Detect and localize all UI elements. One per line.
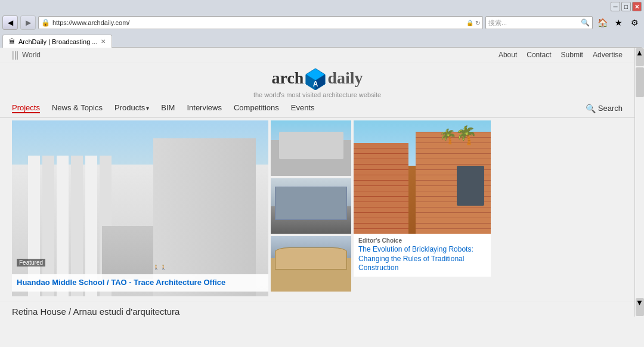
nav-interviews[interactable]: Interviews bbox=[187, 103, 222, 113]
star-button[interactable]: ★ bbox=[611, 16, 626, 30]
nav-bim[interactable]: BIM bbox=[161, 103, 175, 113]
top-nav-links: About Contact Submit Advertise bbox=[499, 51, 623, 59]
logo-tagline: the world's most visited architecture we… bbox=[0, 91, 634, 98]
logo-arch-text: arch bbox=[271, 69, 304, 88]
nav-competitions[interactable]: Competitions bbox=[234, 103, 279, 113]
top-nav-bar: ||| World About Contact Submit Advertise bbox=[0, 48, 634, 63]
featured-title-box: Huandao Middle School / TAO - Trace Arch… bbox=[12, 274, 268, 292]
side-image-3-bg bbox=[271, 236, 351, 292]
featured-image-wrap[interactable]: 🚶 🚶 Featured Huandao Middle School / TAO… bbox=[12, 120, 268, 296]
about-link[interactable]: About bbox=[499, 51, 517, 59]
nav-events[interactable]: Events bbox=[291, 103, 315, 113]
logo-cube-icon: A bbox=[304, 66, 327, 90]
world-bars-icon: ||| bbox=[12, 50, 18, 60]
search-nav-button[interactable]: 🔍 Search bbox=[586, 104, 623, 113]
scroll-down-button[interactable]: ▼ bbox=[636, 298, 644, 316]
close-button[interactable]: ✕ bbox=[632, 2, 642, 11]
editors-choice-label-box: Editor's Choice The Evolution of Brickla… bbox=[354, 234, 491, 277]
minimize-button[interactable]: ─ bbox=[611, 2, 620, 11]
main-nav-links: Projects News & Topics Products BIM Inte… bbox=[12, 103, 315, 113]
advertise-link[interactable]: Advertise bbox=[593, 51, 623, 59]
logo-daily-text: daily bbox=[327, 69, 363, 88]
search-nav-label: Search bbox=[598, 104, 623, 113]
tools-button[interactable]: ⚙ bbox=[627, 16, 642, 30]
search-icon: 🔍 bbox=[581, 18, 590, 27]
main-nav: Projects News & Topics Products BIM Inte… bbox=[0, 100, 634, 118]
address-text: https://www.archdaily.com/ bbox=[52, 19, 466, 26]
address-bar[interactable]: 🔒 https://www.archdaily.com/ 🔒 ↻ bbox=[38, 16, 483, 29]
tab-close-button[interactable]: ✕ bbox=[101, 38, 106, 45]
side-image-3[interactable] bbox=[271, 236, 351, 292]
refresh-icon[interactable]: ↻ bbox=[475, 20, 480, 26]
editors-choice-image: 🌴 🌴 bbox=[354, 120, 491, 234]
featured-image: 🚶 🚶 bbox=[12, 120, 268, 296]
forward-button[interactable]: ▶ bbox=[20, 16, 36, 30]
scrollbar[interactable]: ▲ ▼ bbox=[634, 48, 644, 317]
scroll-thumb[interactable] bbox=[636, 67, 644, 97]
browser-tab[interactable]: 🏛 ArchDaily | Broadcasting ... ✕ bbox=[2, 35, 112, 48]
side-images bbox=[271, 120, 351, 296]
world-selector[interactable]: ||| World bbox=[12, 50, 41, 60]
svg-text:A: A bbox=[313, 80, 318, 88]
side-image-1[interactable] bbox=[271, 120, 351, 176]
editors-choice-badge: Editor's Choice bbox=[358, 237, 486, 244]
home-button[interactable]: 🏠 bbox=[595, 16, 609, 30]
maximize-button[interactable]: □ bbox=[621, 2, 631, 11]
bottom-article-title[interactable]: Retina House / Arnau estudi d'arquitectu… bbox=[12, 306, 179, 317]
editors-choice-title: The Evolution of Bricklaying Robots: Cha… bbox=[358, 245, 486, 273]
tab-favicon: 🏛 bbox=[9, 38, 15, 45]
submit-link[interactable]: Submit bbox=[561, 51, 583, 59]
world-label: World bbox=[22, 51, 41, 59]
featured-title-text: Huandao Middle School / TAO - Trace Arch… bbox=[17, 278, 264, 288]
tab-title: ArchDaily | Broadcasting ... bbox=[18, 38, 97, 45]
lock-icon: 🔒 bbox=[466, 20, 473, 26]
nav-projects[interactable]: Projects bbox=[12, 103, 40, 113]
featured-label: Featured bbox=[17, 259, 45, 267]
contact-link[interactable]: Contact bbox=[527, 51, 551, 59]
image-grid: 🚶 🚶 Featured Huandao Middle School / TAO… bbox=[0, 118, 634, 299]
bottom-article: Retina House / Arnau estudi d'arquitectu… bbox=[0, 301, 634, 317]
back-button[interactable]: ◀ bbox=[2, 16, 18, 30]
side-image-2[interactable] bbox=[271, 178, 351, 234]
search-nav-icon: 🔍 bbox=[586, 104, 596, 113]
search-placeholder: 搜索... bbox=[488, 18, 581, 27]
side-image-2-bg bbox=[271, 178, 351, 234]
nav-products[interactable]: Products bbox=[114, 103, 149, 113]
scroll-up-button[interactable]: ▲ bbox=[636, 48, 644, 66]
editors-choice-col[interactable]: 🌴 🌴 Editor's Choice The Evolution of Bri… bbox=[354, 120, 491, 296]
search-box[interactable]: 搜索... 🔍 bbox=[485, 16, 593, 29]
nav-news-topics[interactable]: News & Topics bbox=[52, 103, 103, 113]
side-image-1-bg bbox=[271, 120, 351, 176]
logo-area: arch A daily the world's most visited ar… bbox=[0, 63, 634, 100]
